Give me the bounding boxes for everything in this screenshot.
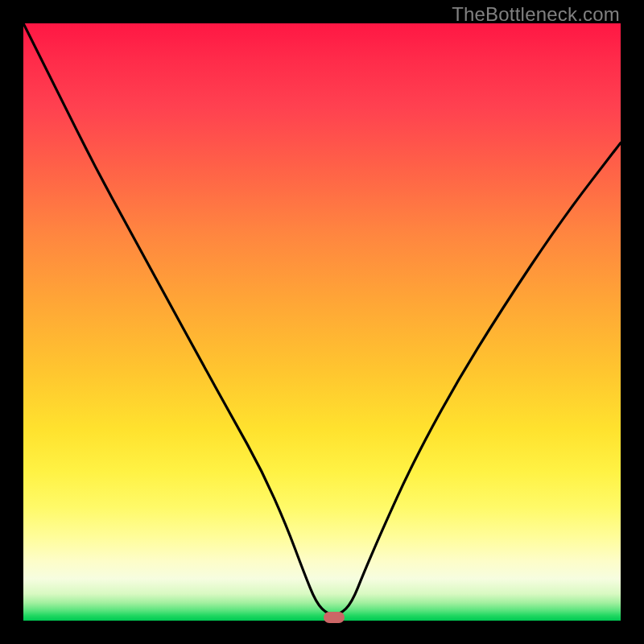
bottleneck-marker [324, 612, 345, 623]
chart-frame: TheBottleneck.com [0, 0, 644, 644]
plot-background [23, 23, 621, 621]
watermark-text: TheBottleneck.com [452, 3, 620, 26]
